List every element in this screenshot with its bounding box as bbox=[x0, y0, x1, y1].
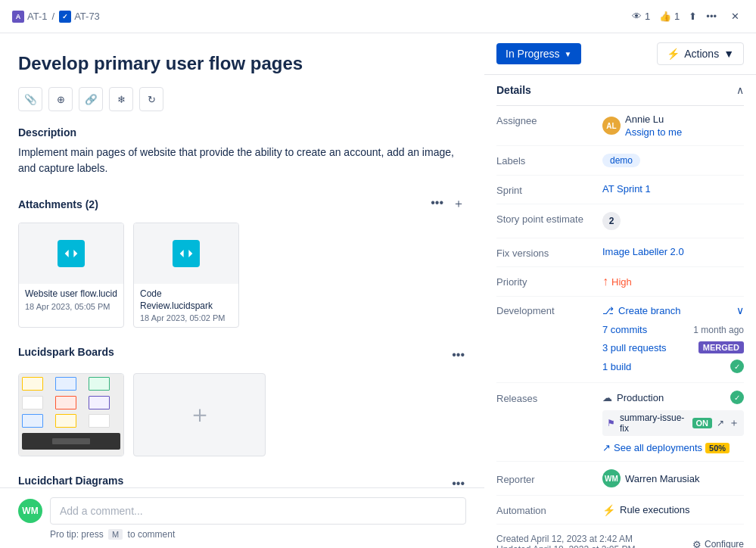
views-action[interactable]: 👁 1 bbox=[632, 11, 650, 22]
right-header: In Progress ▼ ⚡ Actions ▼ bbox=[484, 33, 756, 75]
url-button[interactable]: 🔗 bbox=[79, 87, 103, 111]
commits-row: 7 commits 1 month ago bbox=[602, 322, 744, 337]
left-panel: Develop primary user flow pages 📎 ⊕ 🔗 ❄ … bbox=[0, 33, 484, 487]
arrow-icon: ↗ bbox=[602, 442, 611, 453]
board-dark-inner bbox=[52, 438, 90, 444]
right-panel: In Progress ▼ ⚡ Actions ▼ Details ∧ Assi… bbox=[484, 33, 756, 548]
attachment-date-1: 18 Apr 2023, 05:05 PM bbox=[25, 302, 117, 311]
fix-versions-link[interactable]: Image Labeller 2.0 bbox=[602, 246, 684, 257]
comment-placeholder: Add a comment... bbox=[60, 505, 143, 517]
attachments-add-button[interactable]: ＋ bbox=[451, 195, 466, 213]
more-action[interactable]: ••• bbox=[706, 11, 717, 22]
see-deployments-link[interactable]: ↗ See all deployments 50% bbox=[602, 442, 744, 453]
status-chevron-icon: ▼ bbox=[565, 50, 572, 58]
assign-to-me-link[interactable]: Assign to me bbox=[625, 126, 682, 138]
automation-value: ⚡ Rule executions bbox=[602, 504, 744, 516]
label-badge[interactable]: demo bbox=[602, 154, 640, 167]
shortcut-key: M bbox=[108, 529, 123, 540]
priority-high: ↑ High bbox=[602, 275, 632, 288]
branch-icon: ⎇ bbox=[602, 305, 614, 316]
attachment-preview-1 bbox=[19, 223, 123, 284]
story-point-label: Story point estimate bbox=[496, 212, 602, 225]
automation-row: Automation ⚡ Rule executions bbox=[496, 496, 744, 525]
lucidchart-title: Lucidchart Diagrams bbox=[18, 475, 123, 487]
timestamps: Created April 12, 2023 at 2:42 AM Update… bbox=[496, 534, 635, 548]
pull-requests-label[interactable]: 3 pull requests bbox=[602, 342, 667, 353]
sprint-label: Sprint bbox=[496, 183, 602, 196]
comment-area: WM Add a comment... Pro tip: press M to … bbox=[0, 487, 484, 546]
external-link-icon[interactable]: ↗ bbox=[717, 418, 724, 428]
production-label: Production bbox=[617, 392, 664, 403]
summary-add-icon[interactable]: ＋ bbox=[729, 416, 739, 430]
status-button[interactable]: In Progress ▼ bbox=[496, 43, 581, 64]
reporter-row: Reporter WM Warren Marusiak bbox=[496, 462, 744, 496]
mini-card bbox=[22, 396, 43, 409]
share-icon: ⬆ bbox=[689, 11, 697, 22]
comment-input[interactable]: Add a comment... bbox=[50, 497, 466, 525]
lucidchart-more-button[interactable]: ••• bbox=[450, 475, 466, 487]
more-icon: ••• bbox=[706, 11, 717, 22]
see-deployments-label: See all deployments bbox=[614, 442, 702, 453]
fix-versions-value: Image Labeller 2.0 bbox=[602, 246, 744, 257]
attach-button[interactable]: 📎 bbox=[18, 87, 42, 111]
mini-card bbox=[55, 414, 76, 428]
snow-button[interactable]: ❄ bbox=[109, 87, 133, 111]
priority-label: Priority bbox=[496, 275, 602, 288]
story-point-value: 2 bbox=[602, 212, 744, 230]
breadcrumb-parent[interactable]: A AT-1 bbox=[12, 11, 48, 23]
close-button[interactable]: ✕ bbox=[726, 8, 744, 26]
priority-row: Priority ↑ High bbox=[496, 267, 744, 297]
mini-card bbox=[89, 377, 110, 391]
details-section: Details ∧ Assignee AL Annie Lu Assign to… bbox=[484, 75, 756, 525]
link-button[interactable]: ⊕ bbox=[48, 87, 73, 111]
description-section: Description Implement main pages of webs… bbox=[18, 126, 466, 176]
views-count: 1 bbox=[645, 11, 650, 22]
commits-label[interactable]: 7 commits bbox=[602, 324, 647, 335]
attachment-name-2: Code Review.lucidspark bbox=[140, 288, 232, 312]
sync-button[interactable]: ↻ bbox=[139, 87, 163, 111]
lucidspark-header: Lucidspark Boards ••• bbox=[18, 346, 466, 364]
mini-card bbox=[89, 414, 110, 428]
actions-label: Actions bbox=[684, 48, 719, 60]
lucidspark-title: Lucidspark Boards bbox=[18, 346, 114, 358]
attachment-card-1[interactable]: Website user flow.lucid 18 Apr 2023, 05:… bbox=[18, 223, 124, 328]
share-action[interactable]: ⬆ bbox=[689, 11, 697, 22]
lucidspark-more-button[interactable]: ••• bbox=[450, 347, 466, 363]
assignee-name: Annie Lu bbox=[625, 114, 682, 125]
description-label: Description bbox=[18, 126, 466, 139]
likes-action[interactable]: 👍 1 bbox=[659, 11, 680, 22]
collapse-button[interactable]: ∧ bbox=[736, 84, 744, 96]
labels-value: demo bbox=[602, 154, 744, 167]
configure-button[interactable]: ⚙ Configure bbox=[692, 539, 744, 549]
attachment-name-1: Website user flow.lucid bbox=[25, 288, 117, 300]
breadcrumb-current-label: AT-73 bbox=[74, 11, 100, 22]
sprint-row: Sprint AT Sprint 1 bbox=[496, 176, 744, 204]
build-label[interactable]: 1 build bbox=[602, 361, 631, 372]
comment-row: WM Add a comment... bbox=[18, 497, 466, 525]
development-row: Development ⎇ Create branch ∨ 7 commits … bbox=[496, 297, 744, 383]
deployment-percent-badge: 50% bbox=[705, 443, 730, 453]
board-card-1[interactable] bbox=[18, 373, 124, 456]
assignee-label: Assignee bbox=[496, 114, 602, 126]
dev-details: 7 commits 1 month ago 3 pull requests ME… bbox=[602, 322, 744, 375]
flag-icon: ⚑ bbox=[607, 418, 615, 428]
release-check-icon: ✓ bbox=[730, 391, 744, 404]
assignee-info: Annie Lu Assign to me bbox=[625, 114, 682, 138]
attachment-card-2[interactable]: Code Review.lucidspark 18 Apr 2023, 05:0… bbox=[133, 223, 239, 328]
sprint-link[interactable]: AT Sprint 1 bbox=[602, 183, 651, 195]
top-actions: 👁 1 👍 1 ⬆ ••• ✕ bbox=[632, 8, 744, 26]
status-label: In Progress bbox=[506, 48, 560, 60]
attachments-title: Attachments (2) bbox=[18, 198, 98, 210]
create-branch-button[interactable]: ⎇ Create branch bbox=[602, 305, 680, 316]
releases-header: Releases ☁ Production ✓ bbox=[496, 391, 744, 404]
board-add-button[interactable]: ＋ bbox=[133, 373, 266, 456]
close-icon: ✕ bbox=[731, 11, 739, 22]
parent-icon: A bbox=[12, 11, 24, 23]
dev-header: Development ⎇ Create branch ∨ bbox=[496, 304, 744, 316]
breadcrumb-current[interactable]: ✓ AT-73 bbox=[59, 11, 100, 23]
actions-button[interactable]: ⚡ Actions ▼ bbox=[657, 42, 744, 65]
attachments-more-button[interactable]: ••• bbox=[429, 195, 445, 213]
dev-expand-button[interactable]: ∨ bbox=[736, 304, 744, 316]
mini-card bbox=[89, 396, 110, 409]
labels-label: Labels bbox=[496, 154, 602, 167]
